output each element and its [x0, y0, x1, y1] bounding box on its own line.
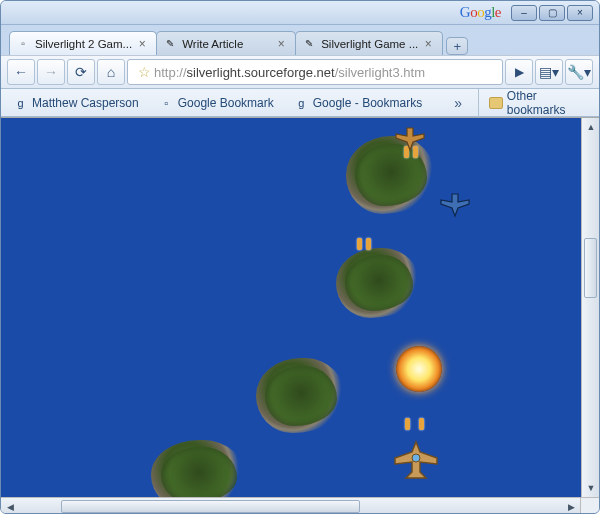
game-canvas[interactable]	[1, 118, 581, 497]
scroll-thumb[interactable]	[61, 500, 360, 513]
bookmark-label: Google Bookmark	[178, 96, 274, 110]
home-button[interactable]: ⌂	[97, 59, 125, 85]
pencil-icon: ✎	[302, 37, 316, 51]
scroll-left-arrow-icon[interactable]: ◀	[1, 498, 19, 514]
tab-close-icon[interactable]: ×	[422, 38, 434, 50]
bookmarks-overflow-button[interactable]: »	[450, 95, 466, 111]
player-plane	[393, 440, 439, 482]
folder-icon	[489, 97, 503, 109]
horizontal-scrollbar[interactable]: ◀ ▶	[1, 498, 581, 514]
other-bookmarks-label: Other bookmarks	[507, 89, 591, 117]
bullet	[357, 238, 362, 250]
bookmark-matthew-casperson[interactable]: g Matthew Casperson	[9, 93, 143, 112]
tab-close-icon[interactable]: ×	[136, 38, 148, 50]
go-button[interactable]: ▶	[505, 59, 533, 85]
explosion	[396, 346, 442, 392]
brand-logo: Google	[7, 4, 511, 21]
page-menu-button[interactable]: ▤▾	[535, 59, 563, 85]
tab-label: Silverlight 2 Gam...	[35, 38, 132, 50]
bullet	[405, 418, 410, 430]
reload-button[interactable]: ⟳	[67, 59, 95, 85]
enemy-plane	[439, 190, 471, 218]
toolbar: ← → ⟳ ⌂ ☆ http://silverlight.sourceforge…	[1, 55, 599, 89]
bookmarks-bar: g Matthew Casperson ▫ Google Bookmark g …	[1, 89, 599, 117]
forward-button[interactable]: →	[37, 59, 65, 85]
minimize-button[interactable]: –	[511, 5, 537, 21]
maximize-button[interactable]: ▢	[539, 5, 565, 21]
address-bar[interactable]: ☆ http://silverlight.sourceforge.net/sil…	[127, 59, 503, 85]
horizontal-scroll-row: ◀ ▶	[1, 497, 599, 514]
wrench-menu-button[interactable]: 🔧▾	[565, 59, 593, 85]
back-button[interactable]: ←	[7, 59, 35, 85]
pencil-icon: ✎	[163, 37, 177, 51]
vertical-scrollbar[interactable]: ▲ ▼	[581, 118, 599, 497]
tab-close-icon[interactable]: ×	[275, 38, 287, 50]
bookmark-label: Matthew Casperson	[32, 96, 139, 110]
bullet	[366, 238, 371, 250]
scroll-up-arrow-icon[interactable]: ▲	[582, 118, 600, 136]
tab-label: Silverlight Game ...	[321, 38, 418, 50]
other-bookmarks-button[interactable]: Other bookmarks	[478, 89, 591, 117]
scroll-thumb[interactable]	[584, 238, 597, 298]
enemy-plane	[394, 124, 426, 152]
tab-strip: ▫ Silverlight 2 Gam... × ✎ Write Article…	[1, 25, 599, 55]
island	[151, 440, 246, 497]
island	[336, 248, 421, 318]
page-icon: ▫	[159, 95, 174, 110]
tab-label: Write Article	[182, 38, 271, 50]
title-bar: Google – ▢ ×	[1, 1, 599, 25]
url-text: http://silverlight.sourceforge.net/silve…	[154, 65, 496, 80]
tab-write-article[interactable]: ✎ Write Article ×	[156, 31, 296, 55]
bullet	[419, 418, 424, 430]
svg-point-0	[412, 454, 420, 462]
page-icon: ▫	[16, 37, 30, 51]
bookmark-star-icon[interactable]: ☆	[134, 64, 154, 80]
scroll-right-arrow-icon[interactable]: ▶	[562, 498, 580, 514]
bookmark-google-bookmarks[interactable]: g Google - Bookmarks	[290, 93, 426, 112]
close-button[interactable]: ×	[567, 5, 593, 21]
island	[256, 358, 346, 433]
tab-silverlight-game[interactable]: ✎ Silverlight Game ... ×	[295, 31, 443, 55]
scroll-down-arrow-icon[interactable]: ▼	[582, 479, 600, 497]
g-icon: g	[294, 95, 309, 110]
g-icon: g	[13, 95, 28, 110]
content-area: ▲ ▼	[1, 117, 599, 497]
bookmark-google-bookmark[interactable]: ▫ Google Bookmark	[155, 93, 278, 112]
tab-silverlight-2[interactable]: ▫ Silverlight 2 Gam... ×	[9, 31, 157, 55]
new-tab-button[interactable]: +	[446, 37, 468, 55]
bookmark-label: Google - Bookmarks	[313, 96, 422, 110]
